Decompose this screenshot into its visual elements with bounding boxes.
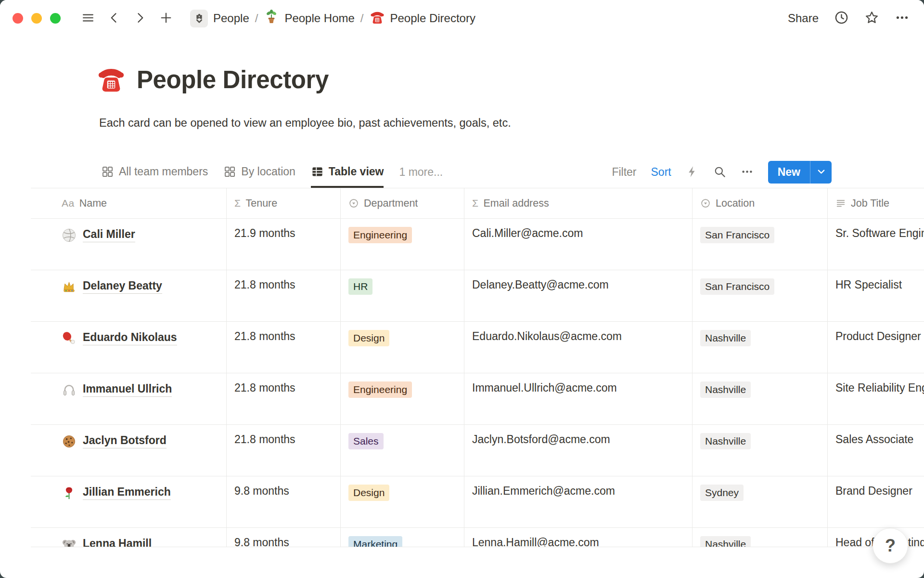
red-telephone-icon[interactable]: [96, 64, 126, 95]
breadcrumb-label: People Home: [284, 12, 354, 25]
share-button[interactable]: Share: [788, 12, 819, 25]
new-record-button[interactable]: New: [768, 161, 832, 184]
name-cell[interactable]: Lenna Hamill: [31, 528, 227, 547]
table-row[interactable]: Cali Miller21.9 monthsEngineeringCali.Mi…: [31, 219, 924, 270]
tenure-cell[interactable]: 21.8 months: [227, 373, 341, 424]
history-button[interactable]: [834, 10, 849, 26]
new-page-button[interactable]: [159, 11, 173, 26]
ellipsis-icon: [741, 165, 754, 180]
name-cell[interactable]: Delaney Beatty: [31, 270, 227, 321]
location-badge: San Francisco: [700, 227, 774, 243]
tenure-cell[interactable]: 21.9 months: [227, 219, 341, 270]
email-cell[interactable]: Cali.Miller@acme.com: [464, 219, 693, 270]
table-row[interactable]: Eduardo Nikolaus21.8 monthsDesignEduardo…: [31, 322, 924, 373]
headphones-icon: [62, 382, 77, 397]
department-cell[interactable]: Marketing: [341, 528, 464, 547]
minimize-window-button[interactable]: [31, 13, 42, 24]
job-title-cell[interactable]: Product Designer: [828, 322, 924, 373]
column-header-name[interactable]: AaName: [31, 188, 227, 218]
location-cell[interactable]: San Francisco: [693, 270, 828, 321]
location-cell[interactable]: Nashville: [693, 528, 828, 547]
table-row[interactable]: Jillian Emmerich9.8 monthsDesignJillian.…: [31, 476, 924, 528]
email-cell[interactable]: Jaclyn.Botsford@acme.com: [464, 425, 693, 476]
name-cell[interactable]: Jaclyn Botsford: [31, 425, 227, 476]
view-tab-by-location[interactable]: By location: [223, 157, 295, 188]
breadcrumb-item[interactable]: People Directory: [365, 7, 480, 30]
tenure-cell[interactable]: 21.8 months: [227, 425, 341, 476]
breadcrumb-item[interactable]: People: [186, 7, 254, 30]
person-name-link[interactable]: Lenna Hamill: [83, 537, 152, 547]
table-row[interactable]: Lenna Hamill9.8 monthsMarketingLenna.Ham…: [31, 528, 924, 547]
crown-icon: [62, 279, 77, 294]
sidebar-menu-button[interactable]: [81, 11, 95, 26]
job-title-cell[interactable]: Brand Designer: [828, 476, 924, 527]
department-badge: Design: [348, 485, 389, 501]
person-name-link[interactable]: Cali Miller: [83, 228, 135, 242]
forward-button[interactable]: [133, 11, 147, 26]
clock-icon: [834, 10, 849, 26]
department-cell[interactable]: HR: [341, 270, 464, 321]
favorite-button[interactable]: [864, 10, 879, 26]
filter-button[interactable]: Filter: [612, 166, 636, 179]
view-tab-all-team-members[interactable]: All team members: [101, 157, 208, 188]
department-cell[interactable]: Engineering: [341, 373, 464, 424]
name-cell[interactable]: Eduardo Nikolaus: [31, 322, 227, 373]
view-tab-table-view[interactable]: Table view: [311, 157, 384, 188]
tenure-cell[interactable]: 9.8 months: [227, 528, 341, 547]
email-cell[interactable]: Jillian.Emmerich@acme.com: [464, 476, 693, 527]
person-name-link[interactable]: Jaclyn Botsford: [83, 434, 167, 448]
search-button[interactable]: [713, 165, 726, 180]
department-cell[interactable]: Design: [341, 476, 464, 527]
location-cell[interactable]: San Francisco: [693, 219, 828, 270]
tenure-cell[interactable]: 9.8 months: [227, 476, 341, 527]
more-views-button[interactable]: 1 more...: [399, 166, 443, 179]
column-header-job-title[interactable]: Job Title: [828, 188, 924, 218]
zoom-window-button[interactable]: [50, 13, 61, 24]
location-cell[interactable]: Nashville: [693, 425, 828, 476]
breadcrumb-separator: /: [255, 12, 258, 25]
location-cell[interactable]: Sydney: [693, 476, 828, 527]
department-badge: Sales: [348, 433, 384, 449]
tenure-cell[interactable]: 21.8 months: [227, 270, 341, 321]
text-lines-icon: [835, 198, 846, 209]
location-cell[interactable]: Nashville: [693, 322, 828, 373]
email-cell[interactable]: Lenna.Hamill@acme.com: [464, 528, 693, 547]
lightning-icon: [686, 165, 699, 180]
table-row[interactable]: Immanuel Ullrich21.8 monthsEngineeringIm…: [31, 373, 924, 425]
table-row[interactable]: Jaclyn Botsford21.8 monthsSalesJaclyn.Bo…: [31, 425, 924, 476]
job-title-cell[interactable]: HR Specialist: [828, 270, 924, 321]
name-cell[interactable]: Jillian Emmerich: [31, 476, 227, 527]
table-row[interactable]: Delaney Beatty21.8 monthsHRDelaney.Beatt…: [31, 270, 924, 322]
close-window-button[interactable]: [13, 13, 23, 24]
column-header-tenure[interactable]: ΣTenure: [227, 188, 341, 218]
department-cell[interactable]: Engineering: [341, 219, 464, 270]
job-title-cell[interactable]: Sr. Software Engineer: [828, 219, 924, 270]
job-title-cell[interactable]: Sales Associate: [828, 425, 924, 476]
email-cell[interactable]: Immanuel.Ullrich@acme.com: [464, 373, 693, 424]
job-title-cell[interactable]: Site Reliability Engineer: [828, 373, 924, 424]
location-cell[interactable]: Nashville: [693, 373, 828, 424]
tenure-cell[interactable]: 21.8 months: [227, 322, 341, 373]
new-button-dropdown[interactable]: [810, 161, 832, 184]
more-options-button[interactable]: [895, 10, 910, 26]
column-header-location[interactable]: Location: [693, 188, 828, 218]
view-options-button[interactable]: [741, 165, 754, 180]
person-name-link[interactable]: Jillian Emmerich: [83, 486, 171, 500]
breadcrumb-item[interactable]: People Home: [259, 7, 359, 30]
person-name-link[interactable]: Delaney Beatty: [83, 279, 162, 294]
koala-icon: [62, 537, 77, 547]
person-name-link[interactable]: Eduardo Nikolaus: [83, 331, 177, 345]
column-header-email-address[interactable]: ΣEmail address: [464, 188, 693, 218]
person-name-link[interactable]: Immanuel Ullrich: [83, 382, 172, 397]
department-cell[interactable]: Design: [341, 322, 464, 373]
sort-button[interactable]: Sort: [651, 166, 671, 179]
email-cell[interactable]: Eduardo.Nikolaus@acme.com: [464, 322, 693, 373]
help-button[interactable]: ?: [873, 528, 908, 564]
back-button[interactable]: [107, 11, 121, 26]
email-cell[interactable]: Delaney.Beatty@acme.com: [464, 270, 693, 321]
column-header-department[interactable]: Department: [341, 188, 464, 218]
name-cell[interactable]: Cali Miller: [31, 219, 227, 270]
department-cell[interactable]: Sales: [341, 425, 464, 476]
name-cell[interactable]: Immanuel Ullrich: [31, 373, 227, 424]
automations-button[interactable]: [686, 165, 699, 180]
